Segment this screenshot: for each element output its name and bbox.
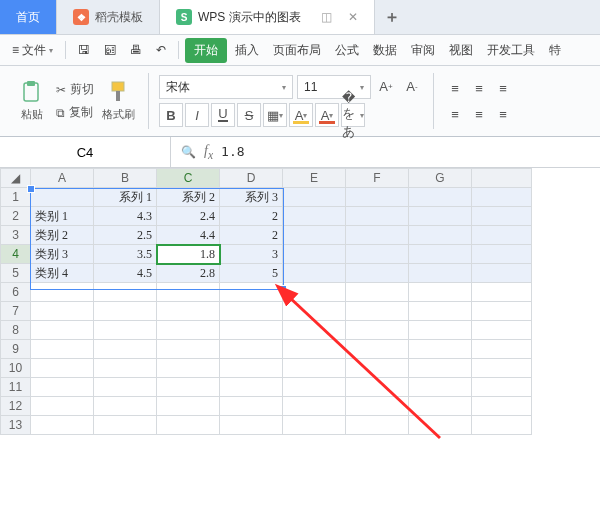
cell-F10[interactable] [346,359,409,378]
cell-A3[interactable]: 类别 2 [31,226,94,245]
paste-button[interactable]: 粘贴 [12,80,52,122]
cell-blank[interactable] [472,283,532,302]
column-header-G[interactable]: G [409,169,472,188]
cell-G6[interactable] [409,283,472,302]
column-header-A[interactable]: A [31,169,94,188]
column-header-C[interactable]: C [157,169,220,188]
name-box-input[interactable] [43,144,127,161]
tab-templates[interactable]: ❖ 稻壳模板 [57,0,160,34]
spreadsheet-grid[interactable]: ◢ABCDEFG1系列 1系列 2系列 32类别 14.32.423类别 22.… [0,168,600,435]
cell-F7[interactable] [346,302,409,321]
cell-A7[interactable] [31,302,94,321]
cell-G11[interactable] [409,378,472,397]
cell-blank[interactable] [472,397,532,416]
cell-blank[interactable] [472,302,532,321]
cell-blank[interactable] [472,188,532,207]
row-header-9[interactable]: 9 [1,340,31,359]
cell-blank[interactable] [472,378,532,397]
cell-F5[interactable] [346,264,409,283]
cell-A6[interactable] [31,283,94,302]
cell-G3[interactable] [409,226,472,245]
cell-D9[interactable] [220,340,283,359]
fill-color-button[interactable]: A▾ [289,103,313,127]
cell-D7[interactable] [220,302,283,321]
row-header-6[interactable]: 6 [1,283,31,302]
bold-button[interactable]: B [159,103,183,127]
row-header-2[interactable]: 2 [1,207,31,226]
row-header-1[interactable]: 1 [1,188,31,207]
cell-F1[interactable] [346,188,409,207]
formula-value[interactable]: 1.8 [221,144,244,159]
cell-B3[interactable]: 2.5 [94,226,157,245]
cell-F2[interactable] [346,207,409,226]
cell-F3[interactable] [346,226,409,245]
column-header-E[interactable]: E [283,169,346,188]
cell-D2[interactable]: 2 [220,207,283,226]
cell-E11[interactable] [283,378,346,397]
cell-A13[interactable] [31,416,94,435]
tab-new-icon[interactable]: ＋ [375,7,409,28]
cell-C7[interactable] [157,302,220,321]
cell-A10[interactable] [31,359,94,378]
align-bottom-button[interactable]: ≡ [492,77,514,99]
cell-A2[interactable]: 类别 1 [31,207,94,226]
cell-A1[interactable] [31,188,94,207]
cell-E5[interactable] [283,264,346,283]
cell-D8[interactable] [220,321,283,340]
cell-D3[interactable]: 2 [220,226,283,245]
menu-review[interactable]: 审阅 [405,38,441,63]
cell-G5[interactable] [409,264,472,283]
row-header-12[interactable]: 12 [1,397,31,416]
cell-C9[interactable] [157,340,220,359]
font-color-button[interactable]: A▾ [315,103,339,127]
menu-view[interactable]: 视图 [443,38,479,63]
cell-F6[interactable] [346,283,409,302]
underline-button[interactable]: U [211,103,235,127]
cell-B12[interactable] [94,397,157,416]
name-box[interactable] [0,137,171,167]
cell-D6[interactable] [220,283,283,302]
border-button[interactable]: ▦▾ [263,103,287,127]
cell-E8[interactable] [283,321,346,340]
cell-E2[interactable] [283,207,346,226]
cell-F13[interactable] [346,416,409,435]
menu-special[interactable]: 特 [543,38,567,63]
cell-E3[interactable] [283,226,346,245]
cell-D4[interactable]: 3 [220,245,283,264]
cell-E4[interactable] [283,245,346,264]
strikethrough-button[interactable]: S [237,103,261,127]
qat-print-button[interactable]: 🖶 [124,39,148,61]
select-all-corner[interactable]: ◢ [1,169,31,188]
cell-C10[interactable] [157,359,220,378]
align-center-button[interactable]: ≡ [468,103,490,125]
cell-C5[interactable]: 2.8 [157,264,220,283]
cell-B4[interactable]: 3.5 [94,245,157,264]
menu-devtools[interactable]: 开发工具 [481,38,541,63]
cell-blank[interactable] [472,321,532,340]
cell-G7[interactable] [409,302,472,321]
tab-document[interactable]: S WPS 演示中的图表 ◫ ✕ [160,0,375,34]
cell-C4[interactable]: 1.8 [157,245,220,264]
column-header-D[interactable]: D [220,169,283,188]
menu-insert[interactable]: 插入 [229,38,265,63]
increase-font-button[interactable]: A+ [375,75,397,97]
cell-E9[interactable] [283,340,346,359]
cut-button[interactable]: ✂剪切 [56,81,94,98]
cell-F11[interactable] [346,378,409,397]
cell-B2[interactable]: 4.3 [94,207,157,226]
align-top-button[interactable]: ≡ [444,77,466,99]
cell-G4[interactable] [409,245,472,264]
cell-G9[interactable] [409,340,472,359]
cell-G12[interactable] [409,397,472,416]
tab-home[interactable]: 首页 [0,0,57,34]
tab-actions-icon[interactable]: ◫ [321,10,332,24]
row-header-7[interactable]: 7 [1,302,31,321]
cell-blank[interactable] [472,207,532,226]
cell-C2[interactable]: 2.4 [157,207,220,226]
cell-A12[interactable] [31,397,94,416]
tab-close-icon[interactable]: ✕ [348,10,358,24]
cell-C1[interactable]: 系列 2 [157,188,220,207]
cell-C8[interactable] [157,321,220,340]
cell-blank[interactable] [472,416,532,435]
cell-B6[interactable] [94,283,157,302]
